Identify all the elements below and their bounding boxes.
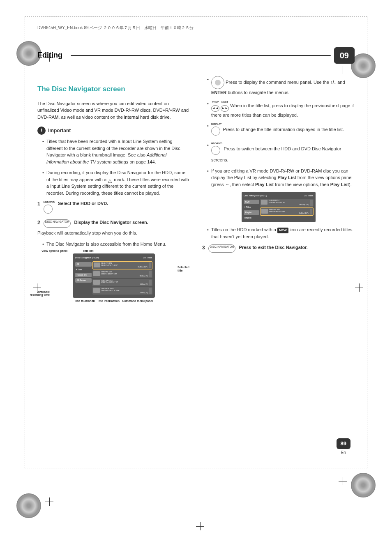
diagram-box: Disc Navigator (HDD) 10 Titles All 4 Tit… [73,253,155,298]
row-info: 12:00 THU 2/1212:00 Thu 2/12 Pr 7 SP1h00… [101,280,148,286]
text: Disc Navigator (HDD) [75,256,99,259]
text: buttons to navigate the menus. [226,90,290,95]
header-divider [71,55,331,56]
diagram-main: 10:00 FRI 3/1210:00 Fri 3/12 Pr 4 SP0h30… [260,199,314,216]
list-item: Titles that have been recorded with a In… [42,138,190,165]
text: and [336,80,345,85]
list-item: HDD/DVD Press to switch between the HDD … [207,142,355,164]
table-row: 10:00 FRI 3/1210:00 Fri 3/12 Pr 6 SP0h30… [260,207,314,216]
text: , then select [230,182,255,187]
table-row: 10:00 FRI 3/1210:00 Fri 3/12 Pr 6 SP0h30… [92,270,152,278]
diagram-label: Title thumbnail [74,299,95,303]
direction-pad-icon [211,76,224,89]
diagram-screenshot: Disc Navigator (HDD) 10 Titles All 4 Tit… [73,253,155,298]
cmd-panel [310,200,313,205]
chapter-title: Editing [37,50,71,60]
text: 10 Titles [143,256,152,259]
sidebar-tab: Recent first [75,273,92,277]
thumbnail [261,200,267,205]
page-language: En [337,450,350,456]
text: Disc Navigator (DVD) [244,194,267,197]
button-label: HDD/DVD [211,142,222,145]
sidebar-tab: All [75,262,92,267]
table-row: 12:00 THU 2/1212:00 Thu 2/12 Pr 7 SP1h00… [92,279,152,286]
table-row: 10:00 FRI 3/1210:00 Fri 3/12 Pr 4 SP0h30… [260,199,314,206]
diagram-sidebar: Style 4 Titles Playlist Original [244,199,259,220]
step-3: 3 DISC NAVIGATOR Press to exit the Disc … [202,244,355,253]
text: on page 144. [128,159,156,164]
list-item: Titles on the HDD marked with a NEW icon… [207,226,355,240]
cmd-panel [149,280,152,286]
step-2: 2 DISC NAVIGATOR Display the Disc Naviga… [37,219,190,228]
new-title-bullets: Titles on the HDD marked with a NEW icon… [202,226,355,240]
table-row: 14:00 MON 29/1114:00 Mon 29/11 Pr 2 SP1h… [92,287,152,295]
diagram-header: Disc Navigator (HDD) 10 Titles [75,256,152,259]
hdd-dvd-button-icon [44,205,53,214]
step-1: 1 HDD/DVD Select the HDD or DVD. [37,200,190,215]
right-column: Press to display the command menu panel.… [202,76,355,309]
step-number: 2 [37,219,40,226]
list-item: If you are editing a VR mode DVD-R/-RW o… [207,168,355,188]
step-number: 1 [37,200,40,207]
thumbnail [261,209,268,214]
table-row: 10:00 FRI 3/1210:00 Fri 3/12 Pr 4 SP0h30… [92,261,152,269]
button-group: DISPLAY [211,122,221,138]
page-frame: DVR645H_WY_EN.book 89 ページ ２００６年７月５日 水曜日 … [25,16,367,468]
row-info: 10:00 FRI 3/1210:00 Fri 3/12 Pr 6 SP0h30… [101,271,148,277]
step-text: Press to exit the Disc Navigator. [239,244,355,251]
hdd-dvd-button-icon [211,146,220,155]
cmd-panel [149,271,152,277]
button-label: NEXT [221,100,229,104]
chapter-header: Editing 09 [37,47,355,64]
row-info: 10:00 FRI 3/1210:00 Fri 3/12 Pr 4 SP0h30… [101,263,148,268]
step-text: Display the Disc Navigator screen. [74,219,190,226]
text: 10 Titles [304,194,313,197]
text: from the view options, then [274,182,330,187]
text: Press to display the command menu panel.… [226,80,330,85]
warning-icon [108,177,113,182]
diagram-label: View options panel [42,249,67,253]
page-footer: 89 En [337,438,350,456]
important-icon: ! [37,127,46,135]
cmd-panel [149,263,151,268]
next-button-icon: ►► [221,105,229,112]
sidebar-tab: Playlist [244,210,259,215]
text: When in the title list, press to display… [211,103,354,117]
step-2-bullets: The Disc Navigator is also accessible fr… [37,241,190,248]
text: 4 Titles [244,205,259,210]
arrow-icon: ← [225,182,230,187]
step-text: Select the HDD or DVD. [58,200,190,207]
thumbnail [93,288,100,293]
new-badge-icon: NEW [277,228,288,233]
thumbnail [93,271,100,276]
important-label: Important [48,127,71,134]
navigator-diagram: View options panel Title list Selected t… [37,253,190,303]
list-item: PREV ◄◄ NEXT ►► When in the title list, … [207,100,355,119]
thumbnail [93,280,100,285]
sidebar-tab: All Genres [75,278,92,283]
button-label: PREV [211,100,219,104]
left-column: The Disc Navigator screen The Disc Navig… [37,76,190,309]
text: Press to switch between the HDD and DVD … [211,146,341,162]
button-group: NEXT ►► [221,100,229,112]
row-info: 10:00 FRI 3/1210:00 Fri 3/12 Pr 4 SP0h30… [269,200,309,205]
important-list: Titles that have been recorded with a In… [37,138,190,196]
prev-button-icon: ◄◄ [211,105,219,112]
step-2-subtext: Playback will automatically stop when yo… [37,230,190,236]
sidebar-tab: Style [244,200,259,204]
list-item: During recording, if you display the Dis… [42,169,190,196]
diagram-sidebar: All 4 Titles Recent first All Genres [75,261,92,283]
thumbnail [94,263,100,267]
text: ). [349,182,352,187]
diagram-header: Disc Navigator (DVD) 10 Titles [244,194,314,197]
playlist-diagram: Disc Navigator (DVD) 10 Titles Style 4 T… [242,192,316,222]
chapter-number: 09 [334,47,355,64]
button-group: HDD/DVD [211,142,222,157]
list-item: Press to display the command menu panel.… [207,76,355,96]
corner-ornament-br [351,473,376,485]
registration-mark [339,477,347,485]
important-heading: ! Important [37,127,190,135]
intro-paragraph: The Disc Navigator screen is where you c… [37,100,190,121]
row-info: 10:00 FRI 3/1210:00 Fri 3/12 Pr 6 SP0h30… [269,209,309,214]
diagram-main: 10:00 FRI 3/1210:00 Fri 3/12 Pr 4 SP0h30… [92,261,152,295]
